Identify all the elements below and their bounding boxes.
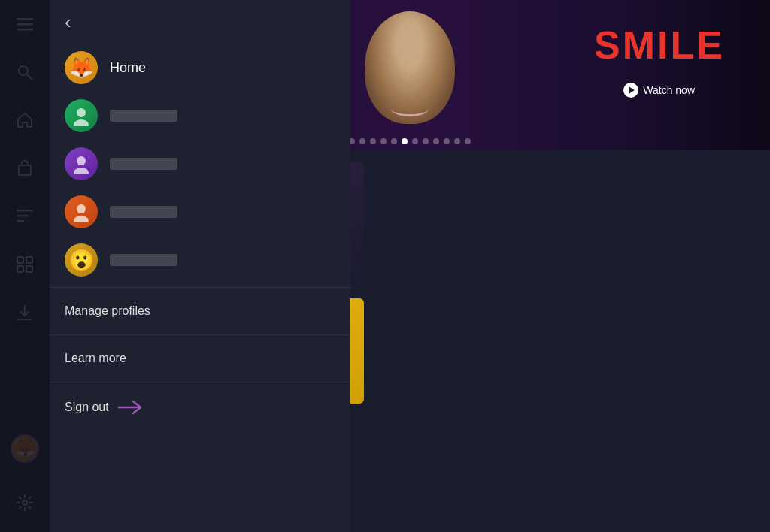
drawer-header: ‹	[50, 0, 350, 44]
svg-point-20	[74, 216, 89, 222]
svg-point-19	[77, 204, 86, 213]
drawer-profile-1[interactable]	[50, 92, 350, 140]
dot-12[interactable]	[465, 138, 471, 144]
drawer-profile-2[interactable]	[50, 140, 350, 188]
manage-profiles-label: Manage profiles	[65, 304, 150, 318]
manage-profiles-button[interactable]: Manage profiles	[50, 291, 350, 331]
dot-8[interactable]	[423, 138, 429, 144]
learn-more-label: Learn more	[65, 352, 126, 365]
dot-9[interactable]	[433, 138, 439, 144]
profile-4-avatar: 😮	[65, 243, 98, 277]
svg-point-15	[77, 108, 86, 117]
drawer-separator-3	[50, 382, 350, 382]
dot-6[interactable]	[402, 138, 408, 144]
dot-5[interactable]	[391, 138, 397, 144]
watch-now-label: Watch now	[643, 84, 695, 96]
play-icon	[623, 83, 638, 98]
drawer-home-item[interactable]: 🦊 Home	[50, 44, 350, 92]
sign-out-arrow-icon	[118, 399, 145, 416]
sign-out-button[interactable]: Sign out	[50, 385, 350, 429]
carousel-dots	[349, 138, 471, 144]
profile-4-label	[110, 254, 177, 266]
drawer-separator-1	[50, 287, 350, 288]
profile-drawer: ‹ 🦊 Home	[50, 0, 350, 532]
profile-2-label	[110, 158, 177, 170]
watch-now-button[interactable]: Watch now	[623, 83, 695, 98]
drawer-profile-4[interactable]: 😮	[50, 236, 350, 284]
profile-3-label	[110, 206, 177, 218]
svg-point-16	[74, 119, 89, 126]
profile-1-label	[110, 110, 177, 122]
learn-more-button[interactable]: Learn more	[50, 338, 350, 379]
svg-point-17	[77, 156, 86, 165]
back-button[interactable]: ‹	[65, 12, 71, 32]
home-label: Home	[110, 60, 146, 76]
dot-11[interactable]	[454, 138, 460, 144]
drawer-profile-3[interactable]	[50, 188, 350, 236]
dot-3[interactable]	[370, 138, 376, 144]
profile-3-avatar	[65, 195, 98, 228]
drawer-separator-2	[50, 334, 350, 335]
dot-7[interactable]	[412, 138, 418, 144]
home-avatar: 🦊	[65, 51, 98, 84]
profile-1-avatar	[65, 99, 98, 132]
sign-out-label: Sign out	[65, 401, 109, 414]
hero-title: SMILE	[594, 23, 725, 68]
sign-out-row: Sign out	[65, 399, 145, 416]
drawer-items: 🦊 Home	[50, 44, 350, 532]
svg-point-18	[74, 168, 89, 174]
dot-4[interactable]	[380, 138, 387, 144]
dot-10[interactable]	[444, 138, 450, 144]
profile-2-avatar	[65, 147, 98, 180]
dot-2[interactable]	[359, 138, 365, 144]
